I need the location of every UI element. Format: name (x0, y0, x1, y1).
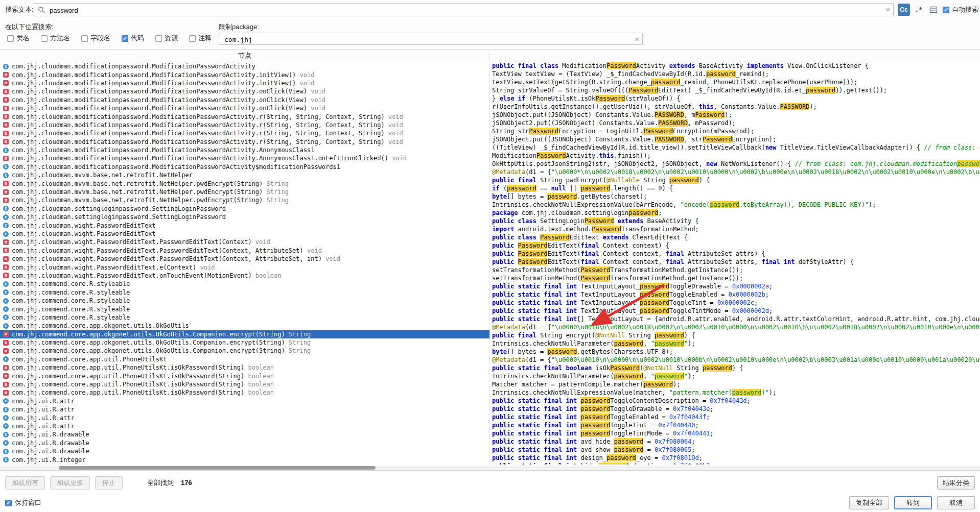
auto-search-toggle[interactable]: 自动搜索 (943, 0, 978, 19)
result-row[interactable]: ccom.jhj.cloudman.modificationpassword.M… (0, 146, 489, 154)
scope-option[interactable]: 类名 (7, 34, 30, 43)
code-line[interactable]: public static final int TextInputLayout_… (492, 299, 980, 307)
package-input[interactable] (223, 34, 614, 45)
result-row[interactable]: ccom.jhj.commend.core.app.okgonet.utils.… (0, 322, 489, 330)
code-line[interactable]: if (password == null || password.length(… (492, 185, 980, 193)
result-row[interactable]: mcom.jhj.cloudman.modificationpassword.M… (0, 112, 489, 120)
result-row[interactable]: ccom.jhj.ui.R.drawable (0, 430, 489, 438)
result-row[interactable]: ccom.jhj.ui.R.drawable (0, 447, 489, 455)
code-line[interactable]: Intrinsics.checkNotNullExpressionValue(m… (492, 389, 980, 397)
go-to-button[interactable]: 转到 (894, 496, 932, 509)
scope-option[interactable]: 资源 (155, 34, 178, 43)
code-line[interactable]: public static final int passwordToggleTi… (492, 422, 980, 430)
code-line[interactable]: ((TitleView) _$_findCachedViewById(R.id.… (492, 144, 980, 152)
result-row[interactable]: ccom.jhj.commend.core.R.styleable (0, 288, 489, 297)
result-row[interactable]: mcom.jhj.cloudman.wight.PasswordEditText… (0, 263, 489, 271)
result-row[interactable]: ccom.jhj.commend.core.R.styleable (0, 313, 489, 322)
code-line[interactable]: Intrinsics.checkNotNullExpressionValue(b… (492, 201, 980, 209)
result-row[interactable]: mcom.jhj.cloudman.wight.PasswordEditText… (0, 238, 489, 246)
result-row[interactable]: ccom.jhj.cloudman.modificationpassword.M… (0, 163, 489, 171)
horizontal-scrollbar[interactable] (0, 466, 980, 470)
scope-option[interactable]: 代码 (122, 34, 144, 43)
scrollbar-thumb[interactable] (59, 466, 376, 470)
code-line[interactable]: import android.text.method.PasswordTrans… (492, 226, 980, 234)
result-row[interactable]: mcom.jhj.cloudman.mvvm.base.net.retrofit… (0, 188, 489, 196)
code-line[interactable]: public static final int passwordToggleEn… (492, 413, 980, 422)
result-row[interactable]: ccom.jhj.commend.core.R.styleable (0, 280, 489, 288)
result-row[interactable]: mcom.jhj.cloudman.modificationpassword.M… (0, 138, 489, 146)
result-row[interactable]: mcom.jhj.cloudman.mvvm.base.net.retrofit… (0, 179, 489, 187)
code-line[interactable]: public static final int passwordToggleCo… (492, 397, 980, 405)
code-line[interactable]: OkHttpUtils.postJsonString2(str, jSONObj… (492, 160, 980, 168)
keep-window-toggle[interactable]: 保持窗口 (5, 496, 41, 509)
result-row[interactable]: ccom.jhj.cloudman.wight.PasswordEditText (0, 221, 489, 229)
result-row[interactable]: mcom.jhj.commend.core.app.util.PhoneUtil… (0, 380, 489, 388)
package-field[interactable]: × (219, 33, 643, 45)
code-line[interactable]: ModificationPasswordActivity.this.finish… (492, 152, 980, 160)
result-row[interactable]: mcom.jhj.cloudman.wight.PasswordEditText… (0, 247, 489, 255)
result-row[interactable]: mcom.jhj.cloudman.modificationpassword.M… (0, 154, 489, 162)
code-line[interactable]: public static final int avd_hide_passwor… (492, 438, 980, 446)
result-row[interactable]: ccom.jhj.cloudman.mvvm.base.net.retrofit… (0, 171, 489, 179)
result-row[interactable]: mcom.jhj.cloudman.modificationpassword.M… (0, 104, 489, 112)
cancel-button[interactable]: 取消 (937, 496, 975, 509)
result-row[interactable]: mcom.jhj.cloudman.modificationpassword.M… (0, 96, 489, 104)
code-line[interactable]: jSONObject.put((JSONObject) Constants.Va… (492, 111, 980, 119)
code-line[interactable]: TextView textView = (TextView) _$_findCa… (492, 70, 980, 79)
code-line[interactable]: public static final int passwordToggleTi… (492, 430, 980, 438)
code-line[interactable]: Intrinsics.checkNotNullParameter(passwor… (492, 340, 980, 348)
result-row[interactable]: mcom.jhj.cloudman.modificationpassword.M… (0, 121, 489, 129)
code-line[interactable]: package com.jhj.cloudman.settingloginpas… (492, 209, 980, 217)
result-row[interactable]: ccom.jhj.ui.R.drawable (0, 439, 489, 447)
code-line[interactable]: public PasswordEditText(final Context co… (492, 250, 980, 258)
result-row[interactable]: ccom.jhj.cloudman.settingloginpassword.S… (0, 213, 489, 221)
search-input[interactable] (49, 4, 868, 16)
code-line[interactable]: Matcher matcher = patternCompile.matcher… (492, 381, 980, 389)
result-row[interactable]: ccom.jhj.cloudman.modificationpassword.M… (0, 62, 489, 70)
result-row[interactable]: ccom.jhj.cloudman.settingloginpassword.S… (0, 205, 489, 213)
result-row[interactable]: mcom.jhj.cloudman.wight.PasswordEditText… (0, 272, 489, 280)
code-line[interactable]: r(UserInfoUtils.getInstance().getUserUid… (492, 103, 980, 111)
result-row[interactable]: mcom.jhj.cloudman.modificationpassword.M… (0, 79, 489, 87)
copy-all-button[interactable]: 复制全部 (849, 496, 889, 509)
code-line[interactable]: Intrinsics.checkNotNullParameter(passwor… (492, 373, 980, 381)
result-row[interactable]: mcom.jhj.commend.core.app.okgonet.utils.… (0, 330, 489, 338)
clear-search-icon[interactable]: × (885, 4, 890, 16)
code-line[interactable]: public final String encrypt(@NotNull Str… (492, 332, 980, 340)
match-case-button[interactable]: Cc (898, 4, 910, 16)
scope-option[interactable]: 字段名 (81, 34, 110, 43)
code-line[interactable]: @Metadata(d1 = {"\u0000*\n\u0002\u0018\u… (492, 168, 980, 177)
code-line[interactable]: public static final boolean isOkPassword… (492, 364, 980, 373)
scope-option[interactable]: 注释 (189, 34, 212, 43)
result-row[interactable]: ccom.jhj.commend.core.app.util.PhoneUtil… (0, 355, 489, 363)
code-line[interactable]: @Metadata(d1 = {"\u0000\u0010\n\u0000\n\… (492, 356, 980, 364)
view-options-button[interactable] (927, 4, 940, 16)
code-line[interactable]: public static final int TextInputLayout_… (492, 291, 980, 299)
result-row[interactable]: mcom.jhj.cloudman.modificationpassword.M… (0, 70, 489, 79)
result-row[interactable]: ccom.jhj.ui.R.attr (0, 422, 489, 430)
result-row[interactable]: mcom.jhj.commend.core.app.okgonet.utils.… (0, 338, 489, 347)
code-line[interactable]: public static final int hide_password_du… (492, 462, 980, 465)
code-line[interactable]: public static final int[] TextInputLayou… (492, 315, 980, 324)
code-line[interactable]: @Metadata(d1 = {"\u0000\u0018\n\u0002\u0… (492, 324, 980, 332)
result-row[interactable]: ccom.jhj.commend.core.R.styleable (0, 305, 489, 313)
code-line[interactable]: public static final int design_password_… (492, 454, 980, 462)
result-row[interactable]: ccom.jhj.ui.R.attr (0, 397, 489, 405)
code-line[interactable]: public class SettingLoginPassword extend… (492, 217, 980, 226)
result-row[interactable]: ccom.jhj.cloudman.wight.PasswordEditText (0, 230, 489, 238)
code-line[interactable]: public static final int passwordToggleDr… (492, 405, 980, 413)
regex-button[interactable]: .* (913, 4, 925, 16)
code-line[interactable]: byte[] bytes = password.getBytes(charset… (492, 193, 980, 201)
code-line[interactable]: } else if (PhoneUtilsKt.isOkPassword(str… (492, 95, 980, 103)
code-line[interactable]: public static final int TextInputLayout_… (492, 283, 980, 291)
code-line[interactable]: String strPasswordEncryption = LoginUitl… (492, 128, 980, 136)
result-row[interactable]: mcom.jhj.cloudman.modificationpassword.M… (0, 129, 489, 137)
scope-option[interactable]: 方法名 (41, 34, 70, 43)
stop-button[interactable]: 停止 (95, 476, 123, 490)
code-line[interactable]: public class PasswordEditText extends Cl… (492, 234, 980, 242)
result-row[interactable]: mcom.jhj.cloudman.mvvm.base.net.retrofit… (0, 196, 489, 204)
code-line[interactable]: public static final int avd_show_passwor… (492, 446, 980, 454)
code-line[interactable]: textView.setText(getString(R.string.chan… (492, 79, 980, 87)
result-row[interactable]: ccom.jhj.ui.R.integer (0, 455, 489, 464)
code-line[interactable]: String strValueOf = String.valueOf(((Pas… (492, 87, 980, 95)
